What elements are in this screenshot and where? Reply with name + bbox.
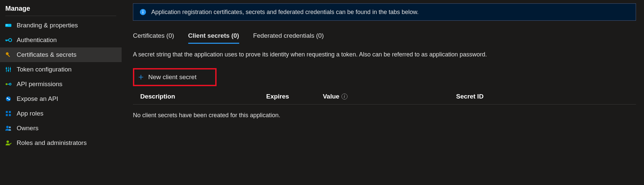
sidebar-item-label: Roles and administrators <box>17 139 87 147</box>
sidebar-item-branding[interactable]: Branding & properties <box>0 18 122 33</box>
svg-point-8 <box>6 83 8 85</box>
sidebar-item-certificates-secrets[interactable]: Certificates & secrets <box>0 47 122 62</box>
sidebar-item-roles-administrators[interactable]: Roles and administrators <box>0 136 122 150</box>
col-expires: Expires <box>266 93 323 100</box>
sidebar-divider <box>5 16 116 16</box>
sidebar-item-label: Owners <box>17 125 38 132</box>
svg-point-7 <box>10 68 11 69</box>
roles-admins-icon <box>5 139 12 147</box>
secrets-empty-message: No client secrets have been created for … <box>133 105 636 119</box>
sliders-icon <box>5 66 12 73</box>
svg-point-3 <box>6 52 9 55</box>
sidebar-item-label: Certificates & secrets <box>17 51 77 58</box>
sidebar-item-label: Branding & properties <box>17 22 78 29</box>
owners-icon <box>5 125 12 132</box>
svg-rect-4 <box>7 54 10 57</box>
sidebar-item-authentication[interactable]: Authentication <box>0 33 122 47</box>
col-value: Value i <box>323 93 456 100</box>
svg-rect-21 <box>143 11 143 13</box>
sidebar-item-label: API permissions <box>17 80 62 88</box>
col-value-label: Value <box>323 93 339 100</box>
svg-rect-15 <box>6 114 8 116</box>
new-client-secret-highlight: New client secret <box>133 68 217 86</box>
info-circle-icon[interactable]: i <box>341 94 347 100</box>
expose-api-icon <box>5 95 12 103</box>
tab-certificates[interactable]: Certificates (0) <box>133 32 174 44</box>
sidebar-item-token-configuration[interactable]: Token configuration <box>0 62 122 77</box>
svg-rect-13 <box>6 111 8 113</box>
svg-rect-0 <box>5 24 11 27</box>
sidebar-item-api-permissions[interactable]: API permissions <box>0 77 122 91</box>
api-permissions-icon <box>5 80 12 88</box>
plus-icon <box>138 74 144 80</box>
svg-point-6 <box>8 70 9 71</box>
secrets-table: Description Expires Value i Secret ID No… <box>133 90 636 119</box>
secrets-table-header: Description Expires Value i Secret ID <box>133 90 636 105</box>
key-icon <box>5 51 12 58</box>
sidebar-item-label: Token configuration <box>17 66 72 73</box>
main-content: Application registration certificates, s… <box>122 0 644 185</box>
authentication-icon <box>5 36 12 44</box>
svg-point-22 <box>143 10 143 11</box>
svg-rect-16 <box>9 114 11 116</box>
tab-federated-credentials[interactable]: Federated credentials (0) <box>253 32 324 44</box>
svg-point-18 <box>9 127 11 129</box>
info-icon <box>139 8 147 16</box>
svg-point-5 <box>6 68 7 69</box>
sidebar-item-label: Authentication <box>17 36 57 44</box>
sidebar-item-app-roles[interactable]: App roles <box>0 106 122 121</box>
col-description: Description <box>133 93 266 100</box>
branding-icon <box>5 22 12 29</box>
sidebar-item-owners[interactable]: Owners <box>0 121 122 136</box>
new-client-secret-button[interactable]: New client secret <box>138 73 197 81</box>
col-secret-id: Secret ID <box>456 93 636 100</box>
sidebar-item-expose-api[interactable]: Expose an API <box>0 91 122 106</box>
svg-point-9 <box>9 83 11 85</box>
sidebar-item-label: Expose an API <box>17 95 58 103</box>
info-banner: Application registration certificates, s… <box>133 3 636 21</box>
info-banner-text: Application registration certificates, s… <box>151 9 418 16</box>
tabs: Certificates (0) Client secrets (0) Fede… <box>133 32 636 44</box>
new-client-secret-label: New client secret <box>148 73 197 81</box>
app-roles-icon <box>5 110 12 117</box>
sidebar: Manage Branding & properties Authenticat… <box>0 0 122 185</box>
svg-point-19 <box>7 141 9 143</box>
svg-point-17 <box>6 126 9 128</box>
sidebar-item-label: App roles <box>17 110 43 117</box>
svg-rect-14 <box>9 111 11 113</box>
sidebar-section-manage: Manage <box>0 3 122 16</box>
svg-rect-1 <box>6 25 8 25</box>
tab-client-secrets[interactable]: Client secrets (0) <box>188 32 239 44</box>
tab-description: A secret string that the application use… <box>133 51 636 58</box>
svg-point-2 <box>9 38 12 41</box>
